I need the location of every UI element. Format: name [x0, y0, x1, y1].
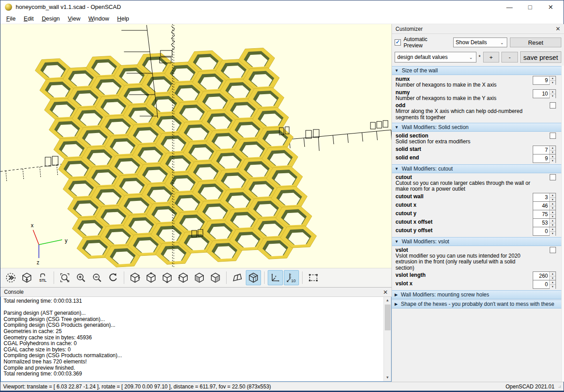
- odd-checkbox[interactable]: [550, 102, 556, 108]
- preset-dropdown[interactable]: design default values ⌄: [395, 52, 476, 63]
- section-header-4[interactable]: ▼Wall Modifiers: vslot: [392, 237, 561, 246]
- solid-end-spinbox[interactable]: 9▲▼: [533, 154, 556, 163]
- chevron-down-icon: ⌄: [497, 40, 507, 45]
- show-scale-markers-button[interactable]: 10: [284, 270, 299, 285]
- scroll-up-arrow[interactable]: ▲: [384, 297, 391, 304]
- console-output[interactable]: Total rendering time: 0:00:03.131 Parsin…: [1, 297, 383, 381]
- menu-help[interactable]: Help: [113, 14, 133, 23]
- console-scrollbar[interactable]: ▲ ▼: [383, 297, 391, 381]
- cutout-y-spinbox[interactable]: 75▲▼: [533, 210, 556, 219]
- reset-button[interactable]: Reset: [510, 38, 561, 47]
- menu-view[interactable]: View: [64, 14, 84, 23]
- show-axes-icon: [269, 272, 281, 284]
- spin-up-icon[interactable]: ▲: [550, 76, 556, 81]
- cutout-y-offset-spinbox[interactable]: 0▲▼: [533, 227, 556, 236]
- section-header-5[interactable]: ▶Wall Modifiers: mounting screw holes: [392, 290, 561, 299]
- orthographic-icon: [248, 272, 259, 284]
- param-description: Vslot modifier so you can use nuts inten…: [396, 253, 534, 271]
- spin-up-icon[interactable]: ▲: [550, 193, 556, 198]
- numy-spinbox[interactable]: 10▲▼: [533, 89, 556, 98]
- add-preset-button[interactable]: +: [483, 52, 500, 63]
- scale-number-outline: [45, 157, 51, 166]
- close-button[interactable]: ✕: [546, 4, 556, 11]
- spin-up-icon[interactable]: ▲: [550, 219, 556, 223]
- spin-down-icon[interactable]: ▼: [550, 232, 556, 236]
- section-title: Wall Modifiers: mounting screw holes: [401, 292, 489, 298]
- spin-up-icon[interactable]: ▲: [550, 146, 556, 150]
- view-front-button[interactable]: [192, 270, 207, 285]
- minimize-button[interactable]: —: [505, 4, 514, 11]
- 3d-viewport[interactable]: xyz: [0, 24, 391, 268]
- spin-up-icon[interactable]: ▲: [550, 210, 556, 215]
- spin-down-icon[interactable]: ▼: [550, 81, 556, 85]
- spin-down-icon[interactable]: ▼: [550, 285, 556, 289]
- zoom-all-button[interactable]: [57, 270, 72, 285]
- toolbar-separator: [264, 271, 265, 284]
- console-title: Console: [4, 289, 24, 295]
- cutout-checkbox[interactable]: [550, 174, 556, 180]
- numx-spinbox[interactable]: 9▲▼: [533, 76, 556, 85]
- section-header-1[interactable]: ▼Size of the wall: [392, 66, 561, 75]
- menu-file[interactable]: File: [2, 14, 20, 23]
- render-button[interactable]: [19, 270, 34, 285]
- reset-view-button[interactable]: [105, 270, 121, 285]
- view-back-button[interactable]: [208, 270, 223, 285]
- export-stl-button[interactable]: STL: [35, 270, 51, 285]
- show-axes-button[interactable]: [268, 270, 283, 285]
- details-dropdown[interactable]: Show Details ⌄: [453, 38, 508, 47]
- param-solid-section: solid sectionSolid section for extra mod…: [392, 132, 561, 146]
- view-all-icon: [307, 272, 319, 284]
- spin-up-icon[interactable]: ▲: [550, 280, 556, 285]
- save-preset-button[interactable]: save preset: [520, 51, 561, 63]
- customizer-close-icon[interactable]: ✕: [556, 25, 560, 32]
- view-all-button[interactable]: [306, 270, 321, 285]
- cutout-x-spinbox[interactable]: 46▲▼: [533, 201, 556, 210]
- spin-up-icon[interactable]: ▲: [550, 90, 556, 94]
- viewport-canvas[interactable]: xyz: [0, 24, 391, 268]
- spin-down-icon[interactable]: ▼: [550, 94, 556, 98]
- solid-section-checkbox[interactable]: [550, 133, 556, 139]
- perspective-button[interactable]: [230, 270, 245, 285]
- cutout-wall-spinbox[interactable]: 3▲▼: [533, 193, 556, 202]
- spin-up-icon[interactable]: ▲: [550, 202, 556, 206]
- spin-up-icon[interactable]: ▲: [550, 154, 556, 159]
- customizer-panel: Customizer ✕ Automatic Preview Show Deta…: [392, 24, 564, 382]
- param-vslot-x: vslot x0▲▼: [392, 280, 561, 288]
- orthographic-button[interactable]: [246, 270, 261, 285]
- vslot-x-spinbox[interactable]: 0▲▼: [533, 280, 556, 289]
- solid-start-spinbox[interactable]: 7▲▼: [533, 146, 556, 154]
- section-header-3[interactable]: ▼Wall Modifiers: cutout: [392, 164, 561, 173]
- customizer-scrollbar[interactable]: [561, 66, 564, 382]
- cutout-x-offset-spinbox[interactable]: 53▲▼: [533, 218, 556, 227]
- resize-grip[interactable]: ⠴: [558, 384, 561, 389]
- spin-down-icon[interactable]: ▼: [550, 159, 556, 163]
- automatic-preview-checkbox[interactable]: [395, 39, 401, 46]
- scroll-down-arrow[interactable]: ▼: [384, 374, 391, 381]
- menu-design[interactable]: Design: [38, 14, 63, 23]
- scroll-thumb[interactable]: [385, 304, 391, 330]
- view-bottom-button[interactable]: [160, 270, 175, 285]
- remove-preset-button[interactable]: -: [501, 52, 518, 63]
- vslot-length-spinbox[interactable]: 260▲▼: [533, 271, 556, 280]
- preview-button[interactable]: [3, 270, 18, 285]
- view-right-button[interactable]: [127, 270, 143, 285]
- menu-edit[interactable]: Edit: [20, 14, 38, 23]
- view-top-button[interactable]: [143, 270, 159, 285]
- param-solid-start: solid start7▲▼: [392, 146, 561, 154]
- spin-up-icon[interactable]: ▲: [550, 227, 556, 232]
- scale-number-outline: [377, 121, 382, 128]
- section-header-6[interactable]: ▶Shape of the hexes - you probably don't…: [392, 300, 561, 309]
- view-left-button[interactable]: [176, 270, 191, 285]
- vslot-checkbox[interactable]: [550, 247, 556, 253]
- perspective-icon: [231, 272, 243, 284]
- console-close-icon[interactable]: ✕: [383, 289, 388, 296]
- menu-window[interactable]: Window: [84, 14, 113, 23]
- y-axis-label: y: [65, 238, 67, 244]
- x-axis-label: x: [31, 222, 34, 229]
- maximize-button[interactable]: □: [525, 4, 535, 11]
- zoom-in-button[interactable]: [73, 270, 88, 285]
- spin-up-icon[interactable]: ▲: [550, 272, 556, 276]
- param-solid-end: solid end9▲▼: [392, 154, 561, 163]
- section-header-2[interactable]: ▼Wall Modifiers: Solid section: [392, 123, 561, 132]
- zoom-out-button[interactable]: [89, 270, 105, 285]
